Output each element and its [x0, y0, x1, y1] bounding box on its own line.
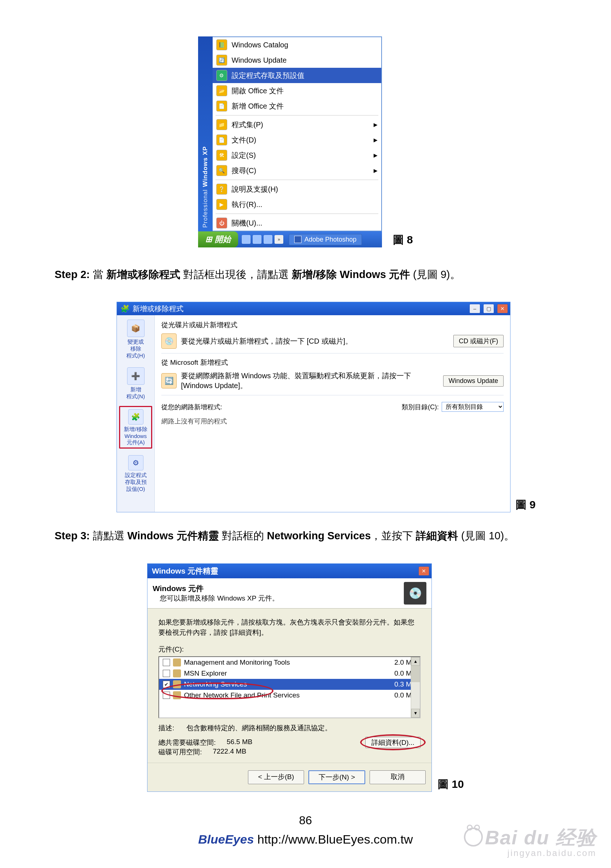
component-icon: [173, 680, 181, 688]
section-ms-heading: 從 Microsoft 新增程式: [161, 358, 504, 367]
menu-item-label: Windows Update: [232, 56, 286, 65]
description-label: 描述:: [158, 723, 174, 733]
sidebar-item[interactable]: ➕新增 程式(N): [119, 365, 152, 401]
menu-item-icon: 📂: [216, 85, 227, 96]
add-remove-programs-dialog: 🧩 新增或移除程式 – ▢ ✕ 📦變更或 移除 程式(H)➕新增 程式(N)🧩新…: [116, 302, 510, 512]
windows-update-button[interactable]: Windows Update: [443, 375, 504, 387]
submenu-arrow-icon: ▶: [374, 122, 377, 127]
wizard-title: Windows 元件精靈: [152, 566, 416, 576]
space-free-label: 磁碟可用空間:: [158, 747, 202, 757]
quick-launch-icons[interactable]: »: [242, 235, 283, 244]
menu-item-label: 搜尋(C): [232, 166, 256, 176]
submenu-arrow-icon: ▶: [374, 137, 377, 143]
dialog-title: 新增或移除程式: [133, 304, 466, 314]
menu-item-icon: 📄: [216, 135, 227, 146]
start-menu-item[interactable]: ⚙設定程式存取及預設值: [213, 68, 381, 83]
start-menu-item[interactable]: ▶執行(R)...: [213, 197, 381, 212]
start-menu-item[interactable]: 📄新增 Office 文件: [213, 98, 381, 114]
checkbox[interactable]: [163, 670, 170, 677]
cd-icon: 💿: [161, 333, 176, 349]
taskbar: ⊞ 開始 » Adobe Photoshop: [198, 231, 382, 247]
close-button[interactable]: ✕: [497, 304, 508, 313]
components-list-label: 元件(C):: [158, 645, 421, 654]
page-number: 86: [55, 814, 556, 827]
start-menu-item[interactable]: 📁程式集(P)▶: [213, 117, 381, 132]
menu-item-label: 執行(R)...: [232, 200, 262, 209]
start-menu-item[interactable]: 🛠設定(S)▶: [213, 147, 381, 163]
sidebar-item-icon: ➕: [127, 367, 145, 385]
sidebar-item-label: 設定程式 存取及預 設值(O): [120, 472, 152, 493]
minimize-button[interactable]: –: [469, 304, 480, 313]
space-free-value: 7222.4 MB: [213, 747, 246, 757]
start-menu-item[interactable]: 🔄Windows Update: [213, 53, 381, 68]
figure-9-caption: 圖 9: [516, 498, 536, 512]
wizard-titlebar: Windows 元件精靈 ✕: [147, 564, 432, 578]
dialog-sidebar: 📦變更或 移除 程式(H)➕新增 程式(N)🧩新增/移除 Windows 元件(…: [117, 315, 155, 512]
submenu-arrow-icon: ▶: [374, 167, 377, 174]
menu-item-icon: ⚙: [216, 70, 227, 81]
sidebar-item[interactable]: 🧩新增/移除 Windows 元件(A): [119, 406, 152, 449]
component-list-item[interactable]: Other Network File and Print Services0.0…: [159, 690, 420, 701]
checkbox[interactable]: [163, 691, 170, 699]
menu-item-icon: 🔄: [216, 55, 227, 66]
menu-item-label: 關機(U)...: [232, 218, 262, 228]
start-menu-item[interactable]: 📂開啟 Office 文件: [213, 83, 381, 98]
component-icon: [173, 691, 181, 699]
component-list-item[interactable]: ✔Networking Services0.3 MB: [159, 679, 420, 690]
baidu-watermark: Bai du 经验 jingyan.baidu.com: [464, 828, 596, 857]
figure-9: 🧩 新增或移除程式 – ▢ ✕ 📦變更或 移除 程式(H)➕新增 程式(N)🧩新…: [116, 302, 556, 512]
wizard-note: 如果您要新增或移除元件，請按核取方塊。灰色方塊表示只會安裝部分元件。如果您要檢視…: [158, 617, 421, 638]
start-menu-item[interactable]: 🔍搜尋(C)▶: [213, 163, 381, 178]
start-menu-item[interactable]: 📄文件(D)▶: [213, 132, 381, 147]
component-label: Networking Services: [184, 680, 247, 688]
menu-item-icon: ❔: [216, 184, 227, 195]
menu-item-icon: ⏻: [216, 217, 227, 228]
menu-item-label: 設定程式存取及預設值: [232, 71, 305, 81]
scrollbar[interactable]: ▲ ▼: [411, 657, 420, 718]
scroll-up-icon[interactable]: ▲: [411, 657, 420, 666]
cancel-button[interactable]: 取消: [370, 770, 426, 784]
start-menu-item[interactable]: ⏻關機(U)...: [213, 215, 381, 231]
close-button[interactable]: ✕: [418, 566, 429, 576]
menu-item-icon: 🛠: [216, 150, 227, 161]
dialog-icon: 🧩: [121, 304, 130, 313]
sidebar-item-icon: 🧩: [128, 409, 144, 425]
sidebar-item[interactable]: 📦變更或 移除 程式(H): [119, 318, 152, 361]
component-list-item[interactable]: MSN Explorer0.0 MB: [159, 668, 420, 679]
maximize-button[interactable]: ▢: [483, 304, 494, 313]
start-menu: Professional Windows XP 📗Windows Catalog…: [198, 36, 382, 231]
start-menu-item[interactable]: ❔說明及支援(H): [213, 181, 381, 197]
menu-item-icon: ▶: [216, 199, 227, 210]
menu-item-label: 開啟 Office 文件: [232, 86, 284, 96]
menu-item-label: 說明及支援(H): [232, 184, 278, 194]
checkbox[interactable]: [163, 659, 170, 666]
sidebar-item-label: 新增/移除 Windows 元件(A): [121, 426, 150, 446]
back-button[interactable]: < 上一步(B): [248, 770, 304, 784]
component-label: MSN Explorer: [184, 670, 227, 677]
menu-item-label: 文件(D): [232, 135, 256, 145]
menu-item-icon: 📄: [216, 101, 227, 112]
start-menu-item[interactable]: 📗Windows Catalog: [213, 37, 381, 53]
network-empty-text: 網路上沒有可用的程式: [161, 417, 504, 426]
dialog-titlebar: 🧩 新增或移除程式 – ▢ ✕: [117, 302, 510, 315]
cd-or-floppy-button[interactable]: CD 或磁片(F): [453, 335, 504, 347]
scroll-down-icon[interactable]: ▼: [411, 709, 420, 718]
category-select[interactable]: 所有類別目錄: [442, 402, 504, 412]
component-icon: [173, 670, 181, 677]
taskbar-app-photoshop[interactable]: Adobe Photoshop: [289, 234, 362, 245]
submenu-arrow-icon: ▶: [374, 152, 377, 158]
windows-update-icon: 🔄: [161, 373, 176, 389]
sidebar-item-label: 變更或 移除 程式(H): [120, 338, 152, 359]
photoshop-icon: [294, 236, 302, 243]
next-button[interactable]: 下一步(N) >: [308, 770, 365, 784]
sort-label: 類別目錄(C):: [402, 403, 439, 411]
checkbox[interactable]: ✔: [163, 681, 170, 688]
sidebar-item[interactable]: ⚙設定程式 存取及預 設值(O): [119, 453, 152, 494]
wizard-header: Windows 元件 您可以新增及移除 Windows XP 元件。 💿: [147, 578, 432, 609]
components-list[interactable]: Management and Monitoring Tools2.0 MBMSN…: [158, 656, 421, 718]
description-text: 包含數種特定的、網路相關的服務及通訊協定。: [186, 723, 332, 733]
start-button[interactable]: ⊞ 開始: [198, 231, 238, 247]
menu-item-label: Windows Catalog: [232, 41, 288, 49]
component-list-item[interactable]: Management and Monitoring Tools2.0 MB: [159, 657, 420, 668]
scroll-thumb[interactable]: [411, 666, 420, 682]
